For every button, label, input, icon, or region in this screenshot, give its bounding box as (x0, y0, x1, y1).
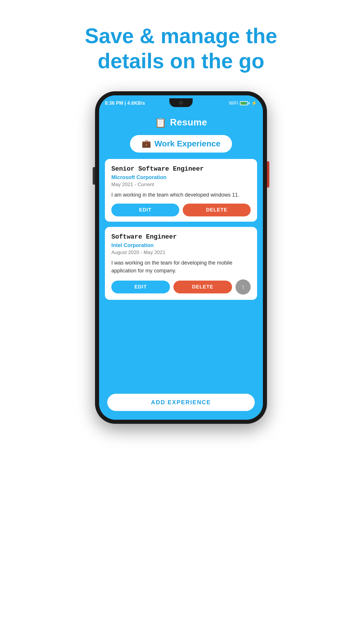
camera-dot (179, 101, 183, 105)
app-icon: 📋 (155, 117, 166, 128)
exp1-title: Senior Software Engineer (111, 165, 251, 173)
exp2-edit-button[interactable]: EDIT (111, 281, 170, 293)
bottom-area: ADD EXPERIENCE (99, 305, 263, 420)
app-title: Resume (170, 117, 207, 128)
briefcase-icon: 💼 (142, 139, 151, 148)
app-content: 📋 Resume 💼 Work Experience Senior Softwa… (99, 111, 263, 305)
battery-fill (240, 102, 246, 105)
exp2-title: Software Engineer (111, 233, 251, 241)
app-header: 📋 Resume (155, 117, 207, 128)
phone-screen: 8:36 PM | 4.6KB/s WiFi ⚡ 📋 Resume (99, 95, 263, 420)
headline-line2: details on the go (98, 49, 264, 73)
status-time: 8:36 PM | 4.6KB/s (105, 101, 145, 106)
battery-tip (249, 102, 249, 104)
camera-notch (169, 98, 193, 107)
phone-mockup: 8:36 PM | 4.6KB/s WiFi ⚡ 📋 Resume (95, 91, 267, 424)
experience-card-2: Software Engineer Intel Corporation Augu… (105, 227, 257, 300)
section-title: Work Experience (154, 139, 221, 148)
exp2-delete-button[interactable]: DELETE (173, 281, 232, 293)
experience-card-1: Senior Software Engineer Microsoft Corpo… (105, 159, 257, 222)
wifi-icon: WiFi (229, 101, 238, 106)
phone-body: 8:36 PM | 4.6KB/s WiFi ⚡ 📋 Resume (95, 91, 267, 424)
exp2-actions: EDIT DELETE ↑ (111, 279, 251, 295)
headline-line1: Save & manage the (85, 24, 277, 48)
exp1-date: May 2021 - Current (111, 182, 251, 188)
section-title-pill: 💼 Work Experience (130, 135, 232, 153)
page-headline: Save & manage the details on the go (50, 23, 312, 74)
battery-box (240, 101, 248, 105)
exp1-actions: EDIT DELETE (111, 204, 251, 216)
exp1-description: I am working in the team which developed… (111, 191, 251, 199)
exp1-delete-button[interactable]: DELETE (183, 204, 251, 216)
status-bar: 8:36 PM | 4.6KB/s WiFi ⚡ (99, 95, 263, 111)
exp2-description: I was working on the team for developing… (111, 259, 251, 275)
add-experience-button[interactable]: ADD EXPERIENCE (107, 394, 255, 411)
exp1-edit-button[interactable]: EDIT (111, 204, 179, 216)
exp2-date: August 2020 - May 2021 (111, 250, 251, 256)
charging-icon: ⚡ (251, 100, 257, 106)
status-icons: WiFi ⚡ (229, 100, 257, 106)
exp2-company: Intel Corporation (111, 242, 251, 249)
exp2-up-button[interactable]: ↑ (236, 279, 251, 295)
battery-indicator (240, 101, 249, 105)
exp1-company: Microsoft Corporation (111, 174, 251, 181)
